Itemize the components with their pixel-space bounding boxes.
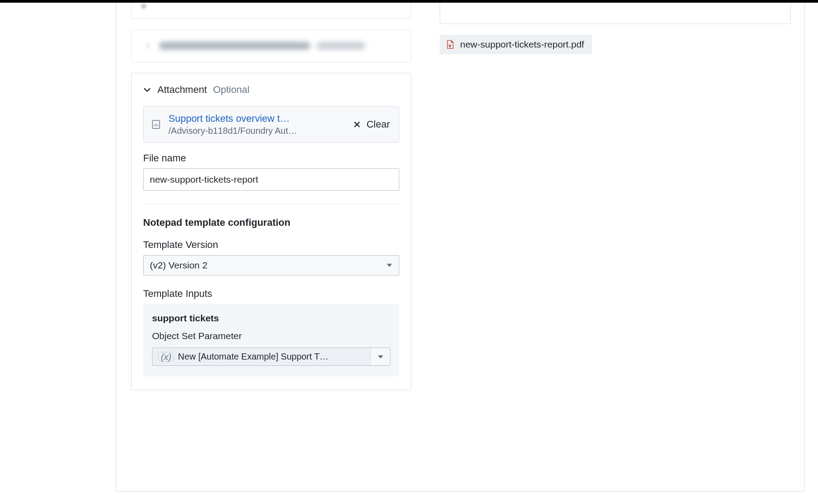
section-divider [143,204,399,204]
blurred-card-top [131,3,411,19]
blur-text-secondary [317,42,365,50]
blur-dot [141,4,146,8]
picked-text: Support tickets overview t… /Advisory-b1… [168,113,346,136]
preview-box [440,3,791,24]
attachment-resource-picker[interactable]: Support tickets overview t… /Advisory-b1… [143,106,399,143]
template-version-value: (v2) Version 2 [150,260,208,271]
param-chip: (x) New [Automate Example] Support T… [152,348,370,365]
blur-text-primary [159,42,310,50]
caret-down-icon [377,354,384,360]
param-value: New [Automate Example] Support T… [178,352,329,362]
panel-header[interactable]: Attachment Optional [143,84,399,96]
resource-path: /Advisory-b118d1/Foundry Aut… [168,126,320,136]
close-icon [353,120,361,128]
file-name-input[interactable] [143,168,399,191]
template-version-label: Template Version [143,239,399,251]
file-name-label: File name [143,152,399,164]
attachment-title: Attachment [157,84,207,96]
generated-file-chip[interactable]: new-support-tickets-report.pdf [440,35,592,54]
inputs-param-label: Object Set Parameter [152,331,390,341]
document-chart-icon [151,119,161,130]
blurred-card-advanced [131,29,411,62]
main-content: new-support-tickets-report.pdf Attachmen… [102,3,818,504]
caret-down-icon [386,262,393,268]
template-version-select[interactable]: (v2) Version 2 [143,255,399,276]
notepad-heading: Notepad template configuration [143,217,399,228]
chevron-down-icon [143,86,151,94]
clear-button[interactable]: Clear [353,119,390,130]
object-set-param-select[interactable]: (x) New [Automate Example] Support T… [152,348,390,366]
param-caret[interactable] [370,348,390,365]
variable-icon: (x) [158,352,174,362]
template-inputs-block: support tickets Object Set Parameter (x)… [143,304,399,376]
inputs-group-title: support tickets [152,313,390,324]
clear-label: Clear [366,119,390,130]
attachment-panel: Attachment Optional Support tickets over… [131,73,411,390]
outer-panel: new-support-tickets-report.pdf Attachmen… [116,3,805,492]
pdf-icon [445,40,455,49]
template-inputs-label: Template Inputs [143,288,399,300]
resource-name: Support tickets overview t… [168,113,320,124]
chevron-right-icon [145,43,151,49]
attachment-optional: Optional [213,84,249,96]
generated-file-name: new-support-tickets-report.pdf [460,39,584,50]
